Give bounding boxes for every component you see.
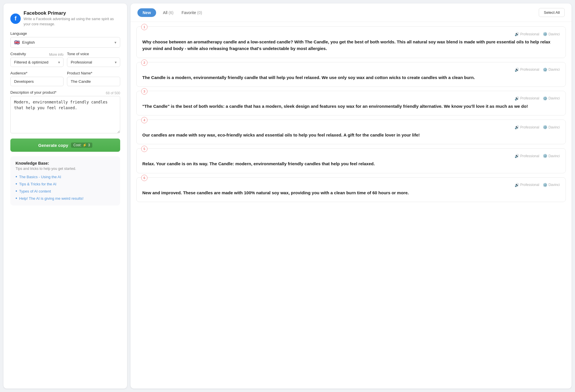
tab-all-button[interactable]: All (6) <box>160 8 177 17</box>
app-title: Facebook Primary <box>24 10 120 16</box>
tone-badge: 🔊 Professional <box>515 32 539 36</box>
list-item: The Basics - Using the AI <box>16 174 115 179</box>
result-meta: 🔊 Professional ⚙️ Davinci <box>142 32 560 36</box>
result-text: The Candle is a modern, environmentally … <box>142 74 560 81</box>
result-meta: 🔊 Professional ⚙️ Davinci <box>142 68 560 72</box>
model-label: Davinci <box>549 32 560 36</box>
tone-icon: 🔊 <box>515 154 519 158</box>
tone-select[interactable]: Professional Casual Friendly Formal <box>67 57 120 67</box>
model-icon: ⚙️ <box>543 68 547 72</box>
model-icon: ⚙️ <box>543 96 547 101</box>
result-card[interactable]: 1 🔊 Professional ⚙️ Davinci Why choose b… <box>136 26 566 58</box>
list-item: Types of AI content <box>16 189 115 194</box>
generate-copy-button[interactable]: Generate copy Cost: ⚡3 <box>10 139 120 152</box>
creativity-select-wrapper: Filtered & optimized Standard Creative ▼ <box>10 57 64 67</box>
language-value: English <box>22 40 116 45</box>
kb-link-tips[interactable]: Tips & Tricks for the AI <box>19 182 57 186</box>
tab-all-label: All <box>163 10 168 15</box>
result-text: Why choose between an aromatherapy candl… <box>142 39 560 52</box>
model-label: Davinci <box>549 125 560 129</box>
cost-badge: Cost: ⚡3 <box>71 143 92 148</box>
result-number: 3 <box>141 88 147 95</box>
tone-icon: 🔊 <box>515 68 519 72</box>
tone-icon: 🔊 <box>515 125 519 129</box>
audience-input[interactable] <box>10 77 64 86</box>
model-icon: ⚙️ <box>543 125 547 129</box>
result-card[interactable]: 5 🔊 Professional ⚙️ Davinci Relax. Your … <box>136 148 566 173</box>
tone-label: Professional <box>520 183 539 187</box>
model-badge: ⚙️ Davinci <box>543 183 560 187</box>
language-selector[interactable]: 🇬🇧 English ▼ <box>10 37 120 48</box>
model-icon: ⚙️ <box>543 183 547 187</box>
cost-value: 3 <box>88 143 90 147</box>
audience-label: Audience* <box>10 71 64 75</box>
description-label: Description of your product* <box>10 90 56 95</box>
result-text: New and improved. These candles are made… <box>142 189 560 196</box>
result-number: 5 <box>141 146 147 152</box>
list-item: Tips & Tricks for the AI <box>16 181 115 187</box>
kb-link-types[interactable]: Types of AI content <box>19 189 51 193</box>
generate-label: Generate copy <box>38 143 68 148</box>
model-badge: ⚙️ Davinci <box>543 96 560 101</box>
description-header: Description of your product* 68 of 500 <box>10 90 120 96</box>
result-number: 2 <box>141 59 147 66</box>
model-label: Davinci <box>549 68 560 72</box>
result-text: Our candles are made with soy wax, eco-f… <box>142 132 560 138</box>
results-container: 1 🔊 Professional ⚙️ Davinci Why choose b… <box>131 22 572 389</box>
model-icon: ⚙️ <box>543 32 547 36</box>
creativity-label: Creativity <box>10 52 26 56</box>
result-card[interactable]: 4 🔊 Professional ⚙️ Davinci Our candles … <box>136 120 566 144</box>
result-card[interactable]: 3 🔊 Professional ⚙️ Davinci "The Candle"… <box>136 91 566 116</box>
tone-label: Professional <box>520 125 539 129</box>
language-field: Language 🇬🇧 English ▼ <box>10 31 120 48</box>
results-header: New All (6) Favorite (0) Select All <box>131 3 572 22</box>
facebook-icon: f <box>10 14 21 24</box>
tab-favorite-button[interactable]: Favorite (0) <box>178 8 206 17</box>
creativity-select[interactable]: Filtered & optimized Standard Creative <box>10 57 64 67</box>
product-name-input[interactable] <box>67 77 120 86</box>
tone-field: Tone of voice Professional Casual Friend… <box>67 52 120 67</box>
tone-badge: 🔊 Professional <box>515 68 539 72</box>
result-card[interactable]: 2 🔊 Professional ⚙️ Davinci The Candle i… <box>136 62 566 87</box>
description-textarea[interactable]: Modern, environmentally friendly candles… <box>10 96 120 133</box>
tone-icon: 🔊 <box>515 183 519 187</box>
tone-badge: 🔊 Professional <box>515 154 539 158</box>
select-all-button[interactable]: Select All <box>539 8 565 17</box>
tone-badge: 🔊 Professional <box>515 125 539 129</box>
cost-icon: ⚡ <box>83 143 87 147</box>
tab-new-button[interactable]: New <box>137 8 156 17</box>
form-section: Language 🇬🇧 English ▼ Creativity More in… <box>10 31 120 152</box>
tone-label: Professional <box>520 68 539 72</box>
model-badge: ⚙️ Davinci <box>543 68 560 72</box>
left-panel: f Facebook Primary Write a Facebook adve… <box>3 3 127 389</box>
result-meta: 🔊 Professional ⚙️ Davinci <box>142 96 560 101</box>
result-text: Relax. Your candle is on its way. The Ca… <box>142 160 560 167</box>
tab-favorite-label: Favorite <box>181 10 196 15</box>
model-icon: ⚙️ <box>543 154 547 158</box>
description-field: Description of your product* 68 of 500 M… <box>10 90 120 134</box>
tone-label: Professional <box>520 96 539 100</box>
audience-product-row: Audience* Product Name* <box>10 71 120 86</box>
more-info-link[interactable]: More info <box>49 53 64 57</box>
model-label: Davinci <box>549 183 560 187</box>
char-count: 68 of 500 <box>106 91 120 95</box>
tone-label: Professional <box>520 32 539 36</box>
tone-badge: 🔊 Professional <box>515 96 539 101</box>
cost-label: Cost: <box>73 143 81 147</box>
tone-select-wrapper: Professional Casual Friendly Formal ▼ <box>67 57 120 67</box>
model-badge: ⚙️ Davinci <box>543 125 560 129</box>
model-label: Davinci <box>549 96 560 100</box>
kb-links-list: The Basics - Using the AI Tips & Tricks … <box>16 174 115 201</box>
kb-link-help[interactable]: Help! The AI is giving me weird results! <box>19 196 84 201</box>
result-number: 1 <box>141 24 147 30</box>
tone-icon: 🔊 <box>515 32 519 36</box>
tone-label: Tone of voice <box>67 52 120 56</box>
product-name-field: Product Name* <box>67 71 120 86</box>
creativity-field: Creativity More info Filtered & optimize… <box>10 52 64 67</box>
right-panel: New All (6) Favorite (0) Select All 1 🔊 … <box>131 3 572 389</box>
result-card[interactable]: 6 🔊 Professional ⚙️ Davinci New and impr… <box>136 177 566 202</box>
kb-title: Knowledge Base: <box>16 161 115 166</box>
tab-favorite-count: (0) <box>197 10 202 15</box>
kb-link-basics[interactable]: The Basics - Using the AI <box>19 175 61 179</box>
language-label: Language <box>10 31 120 36</box>
